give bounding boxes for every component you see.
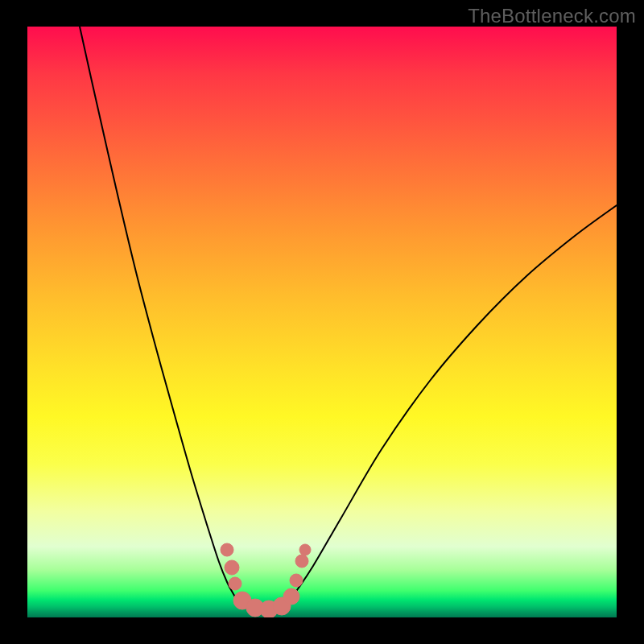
trough-marker (273, 597, 291, 615)
trough-marker (283, 588, 299, 605)
chart-svg (27, 27, 617, 617)
trough-marker (229, 577, 242, 590)
chart-frame: TheBottleneck.com (0, 0, 644, 644)
trough-marker (295, 555, 308, 568)
trough-marker (299, 544, 311, 555)
trough-marker (225, 560, 239, 575)
trough-markers (221, 543, 311, 617)
trough-marker (290, 574, 303, 587)
trough-marker (233, 592, 251, 609)
trough-marker (221, 543, 233, 556)
watermark-text: TheBottleneck.com (468, 5, 636, 27)
bottleneck-curve (80, 27, 617, 609)
plot-area (27, 27, 617, 617)
trough-marker (246, 599, 264, 617)
trough-marker (260, 601, 278, 617)
